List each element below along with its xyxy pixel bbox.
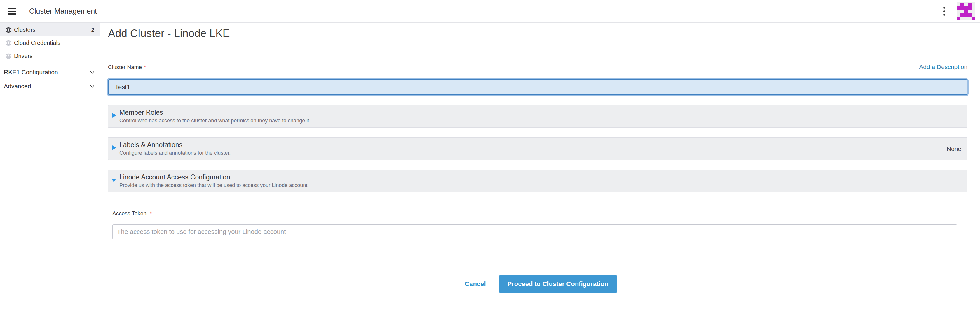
sidebar-group-label: Advanced	[4, 83, 31, 90]
globe-icon	[6, 53, 11, 59]
user-avatar-logo[interactable]	[957, 2, 975, 21]
hamburger-menu-icon[interactable]	[8, 8, 16, 14]
section-title: Labels & Annotations	[119, 141, 961, 149]
section-member-roles: Member Roles Control who has access to t…	[108, 105, 967, 128]
required-asterisk: *	[144, 64, 146, 71]
globe-icon	[6, 40, 11, 46]
expand-arrow-right-icon	[112, 113, 116, 118]
chevron-down-icon	[90, 84, 95, 89]
section-member-roles-header[interactable]: Member Roles Control who has access to t…	[108, 106, 967, 127]
form-actions: Cancel Proceed to Cluster Configuration	[108, 275, 967, 293]
section-linode-access-body: Access Token *	[108, 192, 967, 259]
sidebar-item-label: Cloud Credentials	[14, 40, 60, 46]
sidebar-item-label: Clusters	[14, 27, 35, 33]
section-linode-access-header[interactable]: Linode Account Access Configuration Prov…	[108, 170, 967, 192]
cluster-name-label: Cluster Name	[108, 64, 142, 71]
section-labels-annotations: Labels & Annotations Configure labels an…	[108, 138, 967, 160]
sidebar-group-rke1-configuration[interactable]: RKE1 Configuration	[0, 65, 100, 79]
cluster-name-label-row: Cluster Name * Add a Description	[108, 63, 967, 71]
sidebar-item-clusters[interactable]: Clusters 2	[0, 23, 100, 36]
labels-none-value: None	[947, 145, 961, 152]
kebab-menu-icon[interactable]	[942, 5, 947, 17]
body-row: Clusters 2 Cloud Credentials Drivers	[0, 23, 980, 321]
proceed-to-cluster-configuration-button[interactable]: Proceed to Cluster Configuration	[499, 275, 617, 293]
clusters-count-badge: 2	[91, 27, 94, 33]
top-header: Cluster Management	[0, 0, 980, 23]
expand-arrow-right-icon	[112, 145, 116, 150]
sidebar-item-drivers[interactable]: Drivers	[0, 49, 100, 63]
main-content: Add Cluster - Linode LKE Cluster Name * …	[100, 23, 980, 321]
section-title: Member Roles	[119, 109, 961, 117]
sidebar-gap	[0, 63, 100, 65]
section-title: Linode Account Access Configuration	[119, 173, 961, 181]
app-window: Cluster Management Clusters 2	[0, 0, 980, 321]
access-token-label: Access Token	[112, 210, 146, 217]
section-subtitle: Configure labels and annotations for the…	[119, 150, 961, 156]
add-description-link[interactable]: Add a Description	[919, 63, 967, 71]
required-asterisk: *	[150, 210, 152, 217]
access-token-label-row: Access Token *	[112, 210, 963, 217]
sidebar-group-label: RKE1 Configuration	[4, 69, 58, 76]
access-token-input[interactable]	[112, 224, 957, 239]
app-title: Cluster Management	[29, 7, 97, 16]
cancel-button[interactable]: Cancel	[458, 275, 492, 293]
chevron-down-icon	[90, 70, 95, 75]
globe-icon	[6, 27, 11, 33]
collapse-arrow-down-icon	[111, 179, 116, 182]
cluster-name-input[interactable]	[108, 79, 967, 95]
section-labels-annotations-header[interactable]: Labels & Annotations Configure labels an…	[108, 138, 967, 160]
sidebar-item-cloud-credentials[interactable]: Cloud Credentials	[0, 36, 100, 49]
section-linode-access: Linode Account Access Configuration Prov…	[108, 170, 967, 259]
sidebar-item-label: Drivers	[14, 53, 32, 59]
section-subtitle: Control who has access to the cluster an…	[119, 118, 961, 124]
sidebar: Clusters 2 Cloud Credentials Drivers	[0, 23, 100, 321]
section-subtitle: Provide us with the access token that wi…	[119, 182, 961, 188]
page-title: Add Cluster - Linode LKE	[108, 27, 967, 40]
sidebar-group-advanced[interactable]: Advanced	[0, 79, 100, 93]
